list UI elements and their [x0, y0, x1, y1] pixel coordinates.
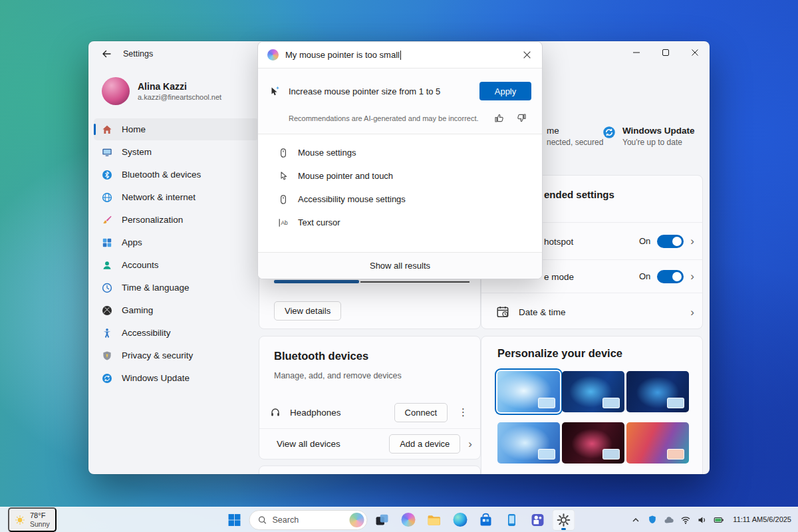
chevron-right-icon: › [690, 235, 694, 247]
microsoft-store-button[interactable] [475, 509, 497, 531]
cursor-pointer-icon [278, 171, 289, 182]
system-icon [102, 147, 112, 158]
sidebar-item-label: System [122, 147, 152, 157]
settings-button[interactable] [553, 509, 575, 531]
taskbar-search-box[interactable]: Search [249, 510, 368, 530]
sidebar-item-label: Accessibility [122, 328, 171, 338]
phone-link-button[interactable] [501, 509, 523, 531]
wifi-tray-button[interactable] [680, 515, 691, 525]
more-options-icon[interactable]: ⋮ [454, 406, 472, 418]
tray-overflow-button[interactable] [630, 515, 641, 525]
recommended-settings-title-fragment: ended settings [544, 189, 614, 200]
maximize-icon [662, 49, 670, 57]
theme-thumbnail-4[interactable] [497, 422, 560, 464]
volume-tray-button[interactable] [697, 515, 708, 525]
result-text-cursor[interactable]: Ab Text cursor [258, 211, 542, 234]
calendar-clock-icon [496, 305, 509, 319]
sidebar-item-label: Gaming [122, 305, 153, 315]
theme-thumbnail-3[interactable] [626, 371, 689, 412]
bluetooth-card-subtitle: Manage, add, and remove devices [274, 371, 402, 380]
close-search-button[interactable] [517, 45, 537, 65]
sidebar-item-bluetooth-devices[interactable]: Bluetooth & devices [94, 164, 259, 186]
theme-thumbnail-6[interactable] [626, 422, 689, 464]
close-button[interactable] [680, 41, 710, 64]
copilot-button[interactable] [397, 509, 420, 531]
hotspot-toggle[interactable] [657, 235, 684, 248]
personalize-title: Personalize your device [497, 347, 622, 360]
search-flyout: My mouse pointer is too small Increase m… [257, 41, 543, 279]
theme-thumbnail-5[interactable] [562, 422, 624, 464]
result-mouse-pointer-touch[interactable]: Mouse pointer and touch [258, 164, 542, 188]
sidebar-item-network-internet[interactable]: Network & internet [94, 186, 259, 208]
maximize-button[interactable] [651, 41, 680, 64]
security-tray-button[interactable] [647, 515, 658, 525]
sidebar-item-privacy-security[interactable]: Privacy & security [94, 344, 259, 366]
progress-track [360, 281, 469, 283]
sidebar-item-windows-update[interactable]: Windows Update [94, 367, 259, 389]
edge-button[interactable] [449, 509, 471, 531]
minimize-button[interactable] [622, 41, 651, 64]
task-view-icon [375, 513, 390, 527]
search-input[interactable]: My mouse pointer is too small [258, 42, 542, 68]
view-all-devices-row[interactable]: View all devices Add a device › [259, 428, 480, 459]
sidebar-item-label: Bluetooth & devices [122, 170, 201, 180]
sidebar-item-home[interactable]: Home [94, 118, 259, 140]
task-view-button[interactable] [371, 509, 394, 531]
view-all-devices-label: View all devices [277, 439, 340, 449]
sidebar-item-label: Accounts [122, 260, 159, 270]
clock-widget[interactable]: 11:11 AM 5/6/2025 [730, 515, 791, 525]
device-name-fragment: me [547, 126, 603, 136]
svg-text:Ab: Ab [281, 219, 288, 226]
profile-email: a.kazzi@fineartschool.net [138, 93, 221, 101]
pointer-sparkle-icon [269, 85, 281, 97]
start-button[interactable] [223, 509, 246, 531]
sidebar-item-accessibility[interactable]: Accessibility [94, 322, 259, 344]
taskbar-center: Search [223, 507, 575, 532]
store-icon [479, 513, 493, 527]
accessibility-person-icon [102, 328, 112, 338]
file-explorer-button[interactable] [423, 509, 446, 531]
add-device-button[interactable]: Add a device [389, 434, 460, 454]
onedrive-tray-button[interactable] [664, 515, 674, 525]
sidebar-item-system[interactable]: System [94, 141, 259, 163]
back-button[interactable] [96, 45, 116, 63]
battery-tray-button[interactable] [714, 515, 724, 525]
theme-thumbnail-2[interactable] [562, 371, 624, 412]
windows-update-status[interactable]: Windows Update You're up to date [602, 126, 695, 147]
sidebar-item-apps[interactable]: Apps [94, 231, 259, 253]
result-mouse-settings[interactable]: Mouse settings [258, 141, 542, 164]
mode-toggle[interactable] [657, 270, 684, 283]
bluetooth-device-row: Headphones Connect ⋮ [270, 398, 472, 427]
connect-button[interactable]: Connect [394, 403, 448, 422]
apply-button[interactable]: Apply [479, 82, 531, 100]
thumbs-down-button[interactable] [515, 112, 527, 124]
sidebar-item-label: Network & internet [122, 192, 196, 202]
teams-icon [531, 513, 545, 527]
show-all-results[interactable]: Show all results [258, 252, 542, 279]
copilot-icon [401, 513, 415, 527]
window-controls [622, 41, 710, 64]
storage-progress-bar [274, 280, 469, 283]
sidebar-item-accounts[interactable]: Accounts [94, 254, 259, 276]
sidebar-item-time-language[interactable]: Time & language [94, 277, 259, 299]
result-accessibility-mouse[interactable]: Accessibility mouse settings [258, 188, 542, 211]
view-details-button[interactable]: View details [274, 301, 341, 321]
sidebar-item-label: Time & language [122, 283, 190, 293]
connection-status-fragment: nected, secured [547, 138, 603, 147]
search-highlights-icon[interactable] [350, 513, 364, 527]
sidebar-item-label: Privacy & security [122, 350, 193, 360]
bluetooth-card-title: Bluetooth devices [274, 350, 368, 362]
sidebar-item-label: Apps [122, 237, 142, 247]
sidebar-item-personalization[interactable]: Personalization [94, 209, 259, 231]
shield-icon [102, 350, 112, 361]
teams-button[interactable] [527, 509, 549, 531]
xbox-icon [102, 305, 112, 316]
user-profile[interactable]: Alina Kazzi a.kazzi@fineartschool.net [94, 72, 259, 110]
copilot-search-icon [267, 49, 279, 61]
theme-thumbnail-1-selected[interactable] [497, 371, 560, 412]
sidebar-item-gaming[interactable]: Gaming [94, 299, 259, 321]
recommended-row-date-time[interactable]: Date & time › [481, 293, 702, 330]
weather-widget[interactable]: 78°F Sunny [8, 507, 57, 532]
thumbs-up-button[interactable] [493, 112, 505, 124]
device-name: Headphones [290, 408, 341, 418]
